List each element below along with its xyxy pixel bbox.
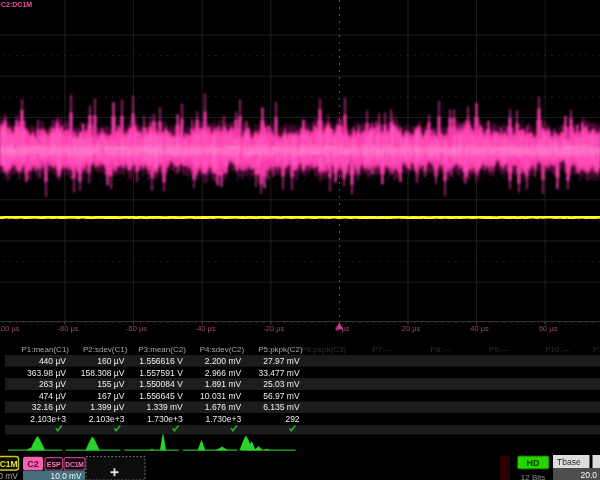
svg-text:C2:DC1M: C2:DC1M — [1, 1, 32, 8]
svg-text:2.103e+3: 2.103e+3 — [30, 414, 66, 424]
svg-text:P5:pkpk(C2): P5:pkpk(C2) — [258, 345, 303, 354]
svg-text:363.98 µV: 363.98 µV — [27, 368, 66, 378]
svg-text:P3:mean(C2): P3:mean(C2) — [138, 345, 186, 354]
svg-text:P10:---: P10:--- — [545, 345, 570, 354]
svg-text:27.97 mV: 27.97 mV — [263, 356, 300, 366]
svg-text:474 µV: 474 µV — [39, 391, 66, 401]
svg-text:DC1M: DC1M — [0, 459, 18, 469]
svg-text:56.97 mV: 56.97 mV — [263, 391, 300, 401]
svg-text:158.308 µV: 158.308 µV — [81, 368, 125, 378]
svg-text:C2: C2 — [27, 459, 39, 469]
svg-text:Tbase: Tbase — [557, 457, 581, 467]
svg-text:20 µs: 20 µs — [402, 324, 421, 333]
svg-text:HD: HD — [527, 458, 540, 468]
svg-text:292: 292 — [285, 414, 299, 424]
svg-text:1.557591 V: 1.557591 V — [139, 368, 183, 378]
svg-text:P1: P1 — [593, 345, 600, 354]
svg-text:1.339 mV: 1.339 mV — [146, 402, 183, 412]
svg-text:6.135 mV: 6.135 mV — [263, 402, 300, 412]
svg-text:P1:mean(C1): P1:mean(C1) — [21, 345, 69, 354]
svg-text:-100 µs: -100 µs — [0, 324, 20, 333]
svg-text:-80 µs: -80 µs — [58, 324, 79, 333]
svg-text:40 µs: 40 µs — [470, 324, 489, 333]
svg-text:1.891 mV: 1.891 mV — [205, 379, 242, 389]
svg-text:2.966 mV: 2.966 mV — [205, 368, 242, 378]
svg-text:P4:sdev(C2): P4:sdev(C2) — [200, 345, 245, 354]
svg-text:32.16 µV: 32.16 µV — [32, 402, 67, 412]
svg-text:P7:---: P7:--- — [372, 345, 392, 354]
svg-text:P2:sdev(C1): P2:sdev(C1) — [83, 345, 128, 354]
svg-text:10.031 mV: 10.031 mV — [200, 391, 241, 401]
svg-text:-60 µs: -60 µs — [126, 324, 147, 333]
svg-text:1.556616 V: 1.556616 V — [139, 356, 183, 366]
svg-text:1.399 µV: 1.399 µV — [90, 402, 125, 412]
svg-text:P6:pkpk(C3): P6:pkpk(C3) — [302, 345, 347, 354]
svg-text:0 mV: 0 mV — [0, 471, 18, 480]
svg-text:-20 µs: -20 µs — [263, 324, 284, 333]
svg-text:P9:---: P9:--- — [489, 345, 509, 354]
svg-text:P8:---: P8:--- — [431, 345, 451, 354]
svg-text:-40 µs: -40 µs — [195, 324, 216, 333]
svg-text:25.03 mV: 25.03 mV — [263, 379, 300, 389]
svg-text:167 µV: 167 µV — [97, 391, 124, 401]
svg-text:2.103e+3: 2.103e+3 — [89, 414, 125, 424]
svg-text:60 µs: 60 µs — [539, 324, 558, 333]
svg-text:2.200 mV: 2.200 mV — [205, 356, 242, 366]
svg-text:1.730e+3: 1.730e+3 — [147, 414, 183, 424]
svg-text:1.556645 V: 1.556645 V — [139, 391, 183, 401]
svg-text:263 µV: 263 µV — [39, 379, 66, 389]
svg-text:1.730e+3: 1.730e+3 — [205, 414, 241, 424]
svg-text:160 µV: 160 µV — [97, 356, 124, 366]
svg-text:DC1M: DC1M — [65, 461, 84, 468]
svg-text:155 µV: 155 µV — [97, 379, 124, 389]
svg-text:1.550084 V: 1.550084 V — [139, 379, 183, 389]
svg-text:10.0 mV: 10.0 mV — [51, 471, 82, 480]
svg-text:1.676 mV: 1.676 mV — [205, 402, 242, 412]
svg-text:12 Bits: 12 Bits — [521, 473, 545, 480]
svg-text:ESP: ESP — [47, 461, 61, 468]
svg-text:440 µV: 440 µV — [39, 356, 66, 366]
svg-text:33.477 mV: 33.477 mV — [258, 368, 299, 378]
svg-text:20.0: 20.0 — [580, 470, 597, 480]
